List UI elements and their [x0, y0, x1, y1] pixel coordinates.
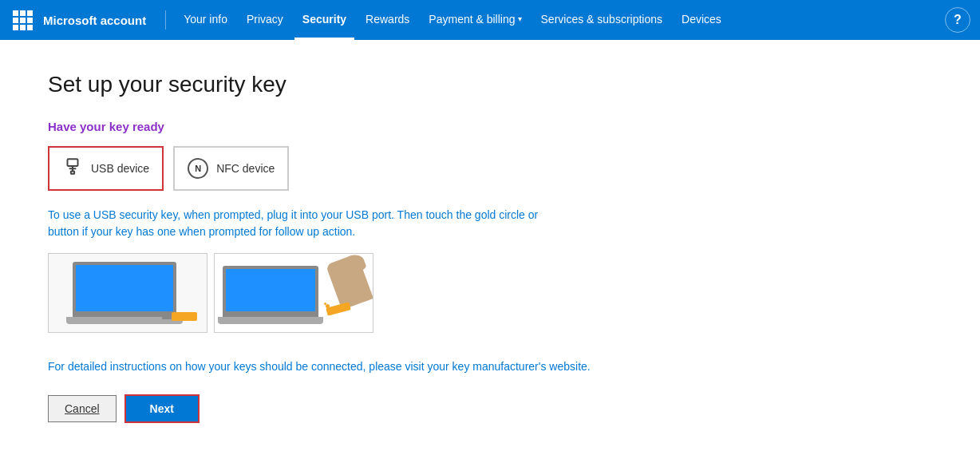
- laptop-body-1: [73, 262, 176, 318]
- page-title: Set up your security key: [48, 72, 670, 97]
- nav-payment-label: Payment & billing: [429, 13, 515, 26]
- usb-key-1: [172, 312, 197, 321]
- spark-2: [324, 303, 326, 305]
- help-button[interactable]: ?: [945, 7, 970, 33]
- next-button[interactable]: Next: [124, 394, 200, 423]
- nav-privacy[interactable]: Privacy: [239, 0, 291, 40]
- spark-1: [326, 304, 330, 308]
- cancel-button[interactable]: Cancel: [48, 395, 117, 422]
- illustration-2: [214, 253, 373, 333]
- svg-rect-3: [71, 172, 74, 174]
- usb-icon: [62, 156, 83, 181]
- usb-plug-1: [162, 314, 172, 319]
- nfc-device-option[interactable]: N NFC device: [173, 146, 289, 191]
- laptop-screen-1: [76, 265, 173, 311]
- illustration-1: [48, 253, 207, 333]
- nav-links: Your info Privacy Security Rewards Payme…: [176, 0, 945, 40]
- usb-device-label: USB device: [91, 162, 149, 175]
- nav-devices[interactable]: Devices: [674, 0, 729, 40]
- chevron-down-icon: ▾: [518, 14, 522, 23]
- section-heading: Have your key ready: [48, 120, 670, 133]
- footer-text: For detailed instructions on how your ke…: [48, 358, 607, 375]
- navbar: Microsoft account Your info Privacy Secu…: [0, 0, 980, 40]
- instruction-text: To use a USB security key, when prompted…: [48, 207, 543, 240]
- main-content: Set up your security key Have your key r…: [0, 40, 718, 451]
- usb-key-2: [326, 302, 351, 315]
- nav-payment[interactable]: Payment & billing ▾: [421, 0, 529, 40]
- nav-divider: [165, 10, 166, 30]
- usb-device-option[interactable]: USB device: [48, 146, 164, 191]
- nfc-icon: N: [188, 158, 208, 179]
- laptop-body-2: [223, 266, 318, 318]
- nav-your-info[interactable]: Your info: [176, 0, 235, 40]
- nav-services[interactable]: Services & subscriptions: [533, 0, 671, 40]
- button-row: Cancel Next: [48, 394, 670, 423]
- svg-rect-0: [68, 159, 78, 166]
- nfc-device-label: NFC device: [216, 162, 275, 175]
- device-options: USB device N NFC device: [48, 146, 670, 191]
- laptop-screen-2: [226, 269, 315, 311]
- waffle-menu[interactable]: [10, 7, 35, 33]
- nav-rewards[interactable]: Rewards: [358, 0, 417, 40]
- laptop-base-2: [218, 317, 323, 324]
- nav-security[interactable]: Security: [294, 0, 354, 40]
- illustrations: [48, 253, 670, 333]
- brand-name: Microsoft account: [43, 14, 146, 27]
